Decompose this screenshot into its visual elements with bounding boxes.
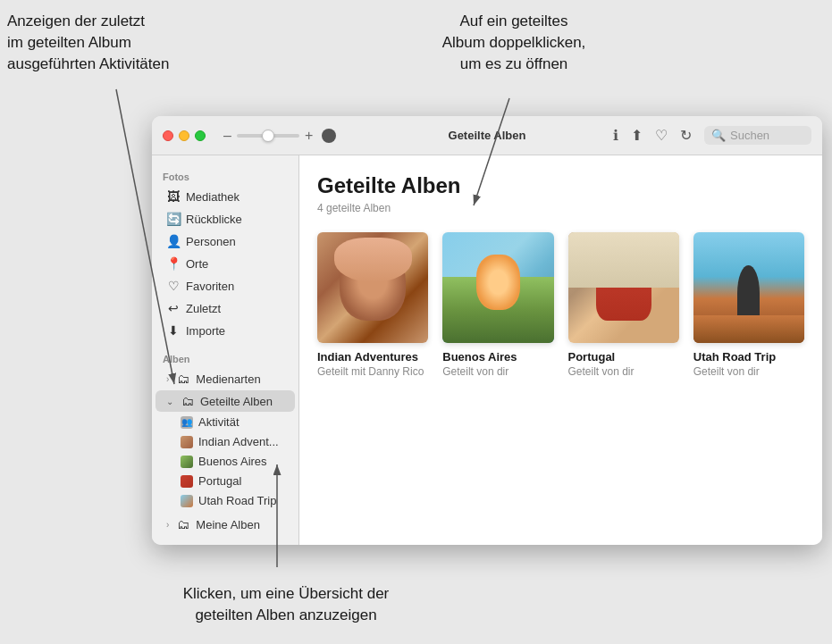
buenos-thumb [181, 456, 193, 468]
medienarten-icon: 🗂 [176, 372, 190, 386]
sidebar-section-alben: Alben [152, 348, 298, 367]
zoom-slider[interactable] [237, 134, 299, 138]
sidebar-item-medienarten[interactable]: › 🗂 Medienarten [155, 368, 295, 389]
sidebar-item-personen-label: Personen [186, 235, 236, 248]
album-name-portugal: Portugal [568, 350, 679, 364]
zoom-slider-thumb [262, 130, 274, 142]
rueckblicke-icon: 🔄 [166, 212, 181, 226]
sidebar-sub-aktivitaet-label: Aktivität [198, 415, 240, 429]
title-bar: – + Geteilte Alben ℹ ⬆ ♡ ↻ 🔍 Suchen [152, 116, 822, 155]
sidebar-sub-indian-label: Indian Advent... [198, 435, 279, 448]
main-panel: Geteilte Alben 4 geteilte Alben Indian A… [299, 155, 822, 545]
search-placeholder: Suchen [730, 129, 769, 142]
app-window: – + Geteilte Alben ℹ ⬆ ♡ ↻ 🔍 Suchen Foto… [152, 116, 822, 545]
album-name-indian: Indian Adventures [317, 350, 428, 364]
album-name-buenos: Buenos Aires [442, 350, 553, 364]
album-photo-portugal [568, 232, 679, 343]
zoom-in-button[interactable]: + [305, 128, 313, 144]
page-title: Geteilte Alben [317, 173, 804, 198]
traffic-lights [163, 130, 206, 141]
annotation-top-right: Auf ein geteiltes Album doppelklicken, u… [411, 11, 617, 74]
aktivitaet-thumb: 👥 [181, 416, 193, 429]
sidebar-item-zuletzt-label: Zuletzt [186, 302, 221, 315]
album-sub-indian: Geteilt mit Danny Rico [317, 365, 428, 378]
album-thumb-indian [317, 232, 428, 343]
share-icon[interactable]: ⬆ [631, 127, 643, 144]
album-photo-buenos [442, 232, 553, 343]
album-item-utah[interactable]: Utah Road Trip Geteilt von dir [693, 232, 804, 378]
search-bar[interactable]: 🔍 Suchen [704, 126, 811, 145]
close-button[interactable] [163, 130, 173, 141]
sidebar-sub-utah[interactable]: Utah Road Trip [155, 491, 295, 510]
sidebar-item-orte-label: Orte [186, 257, 208, 271]
sidebar-sub-indian[interactable]: Indian Advent... [155, 432, 295, 451]
sidebar-item-mediathek-label: Mediathek [186, 190, 240, 204]
sidebar-item-favoriten[interactable]: ♡ Favoriten [155, 275, 295, 297]
geteilte-alben-icon: 🗂 [181, 394, 195, 408]
search-icon: 🔍 [711, 129, 726, 142]
sidebar-sub-buenos-label: Buenos Aires [198, 455, 267, 468]
annotation-top-left: Anzeigen der zuletzt im geteilten Album … [7, 11, 195, 74]
zoom-controls: – + [223, 128, 336, 144]
meine-alben-icon: 🗂 [176, 517, 190, 531]
album-thumb-buenos [442, 232, 553, 343]
sidebar-item-favoriten-label: Favoriten [186, 280, 234, 293]
sidebar-sub-buenos[interactable]: Buenos Aires [155, 452, 295, 471]
favoriten-icon: ♡ [166, 279, 181, 293]
sidebar-item-meine-alben[interactable]: › 🗂 Meine Alben [155, 514, 295, 535]
sidebar-item-orte[interactable]: 📍 Orte [155, 253, 295, 274]
sidebar-sub-utah-label: Utah Road Trip [198, 494, 276, 507]
info-icon[interactable]: ℹ [613, 127, 618, 144]
sidebar-item-mediathek[interactable]: 🖼 Mediathek [155, 186, 295, 207]
zoom-out-button[interactable]: – [223, 128, 231, 144]
album-item-indian[interactable]: Indian Adventures Geteilt mit Danny Rico [317, 232, 428, 378]
sidebar-item-medienarten-label: Medienarten [196, 372, 260, 386]
album-sub-buenos: Geteilt von dir [442, 365, 553, 378]
sidebar-section-fotos: Fotos [152, 166, 298, 185]
sidebar-item-meine-alben-label: Meine Alben [196, 518, 260, 531]
sidebar: Fotos 🖼 Mediathek 🔄 Rückblicke 👤 Persone… [152, 155, 299, 545]
chevron-right-icon: › [166, 374, 169, 384]
sidebar-item-importe[interactable]: ⬇ Importe [155, 320, 295, 341]
album-item-buenos[interactable]: Buenos Aires Geteilt von dir [442, 232, 553, 378]
album-thumb-utah [693, 232, 804, 343]
page-subtitle: 4 geteilte Alben [317, 202, 804, 214]
toolbar-right: ℹ ⬆ ♡ ↻ 🔍 Suchen [613, 126, 811, 145]
album-photo-utah [693, 232, 804, 343]
album-sub-portugal: Geteilt von dir [568, 365, 679, 378]
annotation-bottom: Klicken, um eine Übersicht der geteilten… [156, 583, 416, 626]
sidebar-sub-portugal-label: Portugal [198, 474, 241, 488]
album-item-portugal[interactable]: Portugal Geteilt von dir [568, 232, 679, 378]
sidebar-sub-aktivitaet[interactable]: 👥 Aktivität [155, 413, 295, 431]
sidebar-item-geteilte-alben[interactable]: ⌄ 🗂 Geteilte Alben [155, 390, 295, 412]
album-sub-utah: Geteilt von dir [693, 365, 804, 378]
sidebar-item-rueckblicke[interactable]: 🔄 Rückblicke [155, 208, 295, 230]
chevron-down-icon: ⌄ [166, 397, 173, 406]
album-name-utah: Utah Road Trip [693, 350, 804, 364]
album-photo-indian [317, 232, 428, 343]
utah-thumb [181, 495, 193, 507]
sidebar-item-personen[interactable]: 👤 Personen [155, 230, 295, 252]
sidebar-item-zuletzt[interactable]: ↩ Zuletzt [155, 297, 295, 319]
indian-thumb [181, 436, 193, 448]
content-area: Fotos 🖼 Mediathek 🔄 Rückblicke 👤 Persone… [152, 155, 822, 545]
sidebar-sub-portugal[interactable]: Portugal [155, 472, 295, 490]
sidebar-item-importe-label: Importe [186, 324, 225, 338]
mediathek-icon: 🖼 [166, 189, 181, 204]
orte-icon: 📍 [166, 256, 181, 271]
portugal-thumb [181, 475, 193, 488]
minimize-button[interactable] [179, 130, 189, 141]
favorite-icon[interactable]: ♡ [655, 127, 668, 144]
toolbar-title: Geteilte Alben [449, 129, 526, 142]
albums-grid: Indian Adventures Geteilt mit Danny Rico… [317, 232, 804, 378]
maximize-button[interactable] [195, 130, 206, 141]
rotate-icon[interactable]: ↻ [680, 127, 692, 144]
zuletzt-icon: ↩ [166, 301, 181, 315]
zoom-circle-button[interactable] [322, 129, 336, 143]
sidebar-item-rueckblicke-label: Rückblicke [186, 213, 242, 226]
chevron-right-meine-icon: › [166, 520, 169, 530]
importe-icon: ⬇ [166, 323, 181, 338]
personen-icon: 👤 [166, 234, 181, 248]
sidebar-item-geteilte-alben-label: Geteilte Alben [200, 395, 273, 408]
album-thumb-portugal [568, 232, 679, 343]
